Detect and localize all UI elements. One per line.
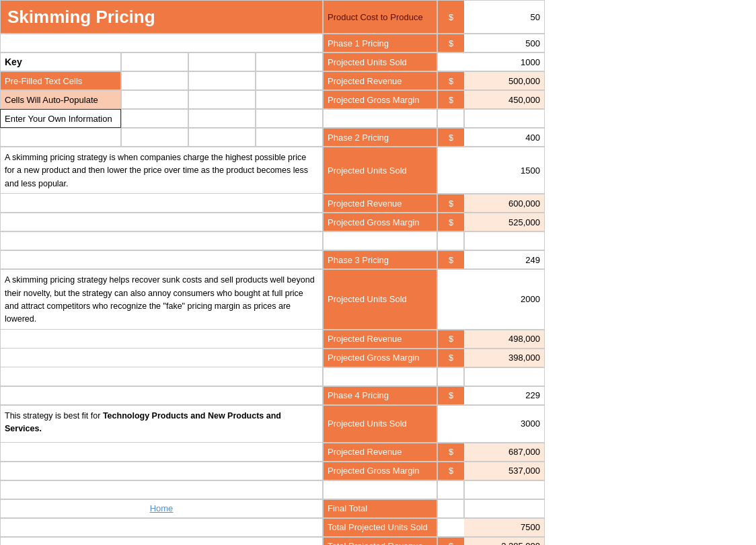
phase2-units-value[interactable]: 1500 <box>464 147 545 194</box>
autopopulate-label: Cells Will Auto-Populate <box>0 90 121 109</box>
empty-r7-3 <box>188 128 256 147</box>
empty-ap-4 <box>256 90 323 109</box>
phase2-margin-dollar: $ <box>437 213 464 231</box>
phase4-dollar: $ <box>437 386 464 405</box>
empty-r7-4 <box>256 128 323 147</box>
empty-pf-4 <box>256 71 323 90</box>
empty-eo-3 <box>188 109 256 128</box>
phase2-revenue-value: 600,000 <box>464 194 545 213</box>
empty-key-4 <box>256 52 323 71</box>
phase2-units-label: Projected Units Sold <box>323 147 437 194</box>
phase1-margin-dollar: $ <box>437 90 464 109</box>
empty-ap-2 <box>121 90 188 109</box>
total-revenue-label: Total Projected Revenue <box>323 537 437 545</box>
phase2-margin-label: Projected Gross Margin <box>323 213 437 231</box>
total-units-label: Total Projected Units Sold <box>323 518 437 537</box>
description3-text: This strategy is best fit for Technology… <box>5 410 318 436</box>
phase3-label: Phase 3 Pricing <box>323 250 437 269</box>
empty-d2c3-6 <box>437 367 464 386</box>
phase2-value[interactable]: 400 <box>464 128 545 147</box>
phase3-margin-dollar: $ <box>437 349 464 367</box>
empty-pf-3 <box>188 71 256 90</box>
phase2-label: Phase 2 Pricing <box>323 128 437 147</box>
phase3-units-label: Projected Units Sold <box>323 269 437 330</box>
phase4-units-value[interactable]: 3000 <box>464 405 545 443</box>
empty-totrev-left <box>0 537 323 545</box>
empty-p4-left <box>0 386 323 405</box>
empty-totals-left <box>0 518 323 537</box>
phase4-margin-label: Projected Gross Margin <box>323 462 437 480</box>
phase4-margin-value: 537,000 <box>464 462 545 480</box>
phase4-revenue-value: 687,000 <box>464 443 545 462</box>
empty-eo-2 <box>121 109 188 128</box>
empty-phase-gap1 <box>323 109 437 128</box>
prefilled-label: Pre-Filled Text Cells <box>0 71 121 90</box>
product-cost-label: Product Cost to Produce <box>323 0 437 34</box>
phase3-dollar: $ <box>437 250 464 269</box>
phase3-margin-value: 398,000 <box>464 349 545 367</box>
total-units-dollar-empty <box>437 518 464 537</box>
final-total-label: Final Total <box>323 499 437 518</box>
phase3-units-value[interactable]: 2000 <box>464 269 545 330</box>
phase3-units-dollar-empty <box>437 269 464 330</box>
phase1-units-label: Projected Units Sold <box>323 52 437 71</box>
phase3-revenue-value: 498,000 <box>464 330 545 349</box>
phase1-revenue-dollar: $ <box>437 71 464 90</box>
description3-wrapper: This strategy is best fit for Technology… <box>0 405 323 443</box>
empty-d2c3-7 <box>464 367 545 386</box>
phase4-value[interactable]: 229 <box>464 386 545 405</box>
phase1-value[interactable]: 500 <box>464 34 545 52</box>
phase4-label: Phase 4 Pricing <box>323 386 437 405</box>
empty-key-2 <box>121 52 188 71</box>
page-title: Skimming Pricing <box>0 0 323 34</box>
empty-r7-1 <box>0 128 121 147</box>
empty-sep1-5 <box>323 231 437 250</box>
phase1-margin-label: Projected Gross Margin <box>323 90 437 109</box>
empty-r7-2 <box>121 128 188 147</box>
phase4-units-dollar-empty <box>437 405 464 443</box>
total-revenue-dollar: $ <box>437 537 464 545</box>
empty-sep2-7 <box>464 480 545 499</box>
phase1-dollar: $ <box>437 34 464 52</box>
product-cost-value[interactable]: 50 <box>464 0 545 34</box>
phase2-revenue-dollar: $ <box>437 194 464 213</box>
final-total-empty2 <box>464 499 545 518</box>
empty-d2c3-5 <box>323 367 437 386</box>
phase2-revenue-label: Projected Revenue <box>323 194 437 213</box>
phase2-margin-value: 525,000 <box>464 213 545 231</box>
enter-own-label[interactable]: Enter Your Own Information <box>0 109 121 128</box>
empty-sep1-6 <box>437 231 464 250</box>
phase3-margin-label: Projected Gross Margin <box>323 349 437 367</box>
phase4-margin-dollar: $ <box>437 462 464 480</box>
home-link[interactable]: Home <box>0 499 323 518</box>
empty-key-3 <box>188 52 256 71</box>
total-revenue-value: 2,285,000 <box>464 537 545 545</box>
phase1-revenue-label: Projected Revenue <box>323 71 437 90</box>
phase4-revenue-label: Projected Revenue <box>323 443 437 462</box>
description2: A skimming pricing strategy helps recove… <box>0 269 323 330</box>
empty-phase-gap2 <box>437 109 464 128</box>
empty-p3-left <box>0 250 323 269</box>
phase2-dollar: $ <box>437 128 464 147</box>
phase1-revenue-value: 500,000 <box>464 71 545 90</box>
phase1-units-value[interactable]: 1000 <box>464 52 545 71</box>
empty-eo-4 <box>256 109 323 128</box>
desc2-cont3 <box>0 367 323 386</box>
desc2-cont1 <box>0 330 323 349</box>
desc1-cont1 <box>0 194 323 213</box>
final-total-empty1 <box>437 499 464 518</box>
empty-sep2-5 <box>323 480 437 499</box>
phase1-label: Phase 1 Pricing <box>323 34 437 52</box>
empty-sep2 <box>0 480 323 499</box>
empty-sep1-7 <box>464 231 545 250</box>
empty-p4margin-left <box>0 462 323 480</box>
phase4-revenue-dollar: $ <box>437 443 464 462</box>
phase1-units-dollar-empty <box>437 52 464 71</box>
phase2-units-dollar-empty <box>437 147 464 194</box>
phase3-value[interactable]: 249 <box>464 250 545 269</box>
desc3-cont1 <box>0 443 323 462</box>
desc2-cont2 <box>0 349 323 367</box>
phase3-revenue-dollar: $ <box>437 330 464 349</box>
empty-row2 <box>0 34 323 52</box>
empty-ap-3 <box>188 90 256 109</box>
